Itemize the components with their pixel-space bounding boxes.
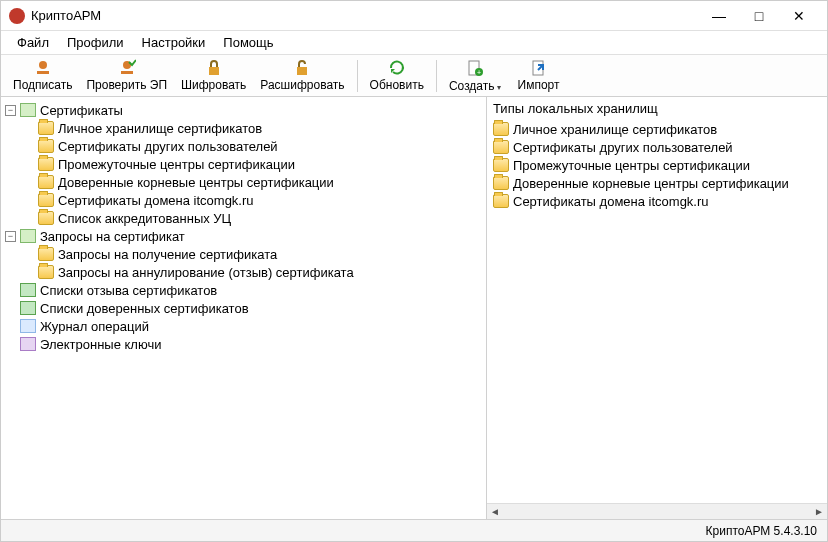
svg-rect-9	[533, 61, 543, 75]
sign-button[interactable]: Подписать	[7, 57, 78, 94]
svg-rect-4	[209, 67, 219, 75]
folder-icon	[493, 158, 509, 172]
collapse-icon[interactable]: −	[5, 105, 16, 116]
list-item[interactable]: Доверенные корневые центры сертификации	[487, 174, 827, 192]
close-button[interactable]: ✕	[779, 2, 819, 30]
svg-rect-1	[37, 71, 49, 74]
folder-icon	[38, 157, 54, 171]
horizontal-scrollbar[interactable]: ◄ ►	[487, 503, 827, 519]
app-icon	[9, 8, 25, 24]
tree-node-intermediate-ca[interactable]: Промежуточные центры сертификации	[19, 155, 486, 173]
scroll-right-icon[interactable]: ►	[811, 504, 827, 520]
create-button[interactable]: + Создать▾	[443, 57, 507, 95]
tree-node-revoke-requests[interactable]: Запросы на аннулирование (отзыв) сертифи…	[19, 263, 486, 281]
trust-list-icon	[20, 301, 36, 315]
store-list[interactable]: Личное хранилище сертификатов Сертификат…	[487, 120, 827, 503]
folder-icon	[493, 122, 509, 136]
tree-node-other-users[interactable]: Сертификаты других пользователей	[19, 137, 486, 155]
window-title: КриптоАРМ	[31, 8, 699, 23]
tree-node-trusted-root-ca[interactable]: Доверенные корневые центры сертификации	[19, 173, 486, 191]
key-icon	[20, 337, 36, 351]
folder-icon	[493, 194, 509, 208]
tree-node-crl[interactable]: Списки отзыва сертификатов	[1, 281, 486, 299]
toolbar-separator	[357, 60, 358, 92]
menubar: Файл Профили Настройки Помощь	[1, 31, 827, 55]
crl-icon	[20, 283, 36, 297]
verify-button[interactable]: Проверить ЭП	[80, 57, 173, 94]
toolbar-separator	[436, 60, 437, 92]
svg-rect-3	[121, 71, 133, 74]
tree-node-accredited-ca[interactable]: Список аккредитованных УЦ	[19, 209, 486, 227]
decrypt-button[interactable]: Расшифровать	[254, 57, 350, 94]
menu-settings[interactable]: Настройки	[134, 33, 214, 52]
detail-pane: Типы локальных хранилищ Личное хранилище…	[487, 97, 827, 519]
refresh-button[interactable]: Обновить	[364, 57, 430, 94]
folder-icon	[38, 265, 54, 279]
log-icon	[20, 319, 36, 333]
tree-node-operations-log[interactable]: Журнал операций	[1, 317, 486, 335]
collapse-icon[interactable]: −	[5, 231, 16, 242]
tree-node-issue-requests[interactable]: Запросы на получение сертификата	[19, 245, 486, 263]
minimize-button[interactable]: —	[699, 2, 739, 30]
request-group-icon	[20, 229, 36, 243]
tree-node-personal-store[interactable]: Личное хранилище сертификатов	[19, 119, 486, 137]
chevron-down-icon: ▾	[497, 83, 501, 92]
refresh-icon	[388, 59, 406, 77]
folder-icon	[38, 193, 54, 207]
tree-pane[interactable]: − Сертификаты Личное хранилище сертифика…	[1, 97, 487, 519]
maximize-button[interactable]: □	[739, 2, 779, 30]
menu-help[interactable]: Помощь	[215, 33, 281, 52]
menu-profiles[interactable]: Профили	[59, 33, 132, 52]
folder-icon	[38, 211, 54, 225]
list-item[interactable]: Промежуточные центры сертификации	[487, 156, 827, 174]
cert-group-icon	[20, 103, 36, 117]
new-doc-icon: +	[466, 59, 484, 77]
titlebar: КриптоАРМ — □ ✕	[1, 1, 827, 31]
tree-node-requests[interactable]: − Запросы на сертификат	[1, 227, 486, 245]
status-version: КриптоАРМ 5.4.3.10	[706, 524, 817, 538]
folder-icon	[38, 175, 54, 189]
menu-file[interactable]: Файл	[9, 33, 57, 52]
import-icon	[530, 59, 548, 77]
list-item[interactable]: Личное хранилище сертификатов	[487, 120, 827, 138]
encrypt-button[interactable]: Шифровать	[175, 57, 252, 94]
list-item[interactable]: Сертификаты других пользователей	[487, 138, 827, 156]
toolbar: Подписать Проверить ЭП Шифровать Расшифр…	[1, 55, 827, 97]
folder-icon	[38, 139, 54, 153]
svg-rect-5	[297, 67, 307, 75]
list-item[interactable]: Сертификаты домена itcomgk.ru	[487, 192, 827, 210]
scroll-left-icon[interactable]: ◄	[487, 504, 503, 520]
tree-node-ekeys[interactable]: Электронные ключи	[1, 335, 486, 353]
unlock-icon	[293, 59, 311, 77]
import-button[interactable]: Импорт	[509, 57, 569, 94]
tree-node-domain-certs[interactable]: Сертификаты домена itcomgk.ru	[19, 191, 486, 209]
svg-text:+: +	[477, 69, 481, 76]
folder-icon	[38, 121, 54, 135]
content-area: − Сертификаты Личное хранилище сертифика…	[1, 97, 827, 519]
stamp-check-icon	[118, 59, 136, 77]
statusbar: КриптоАРМ 5.4.3.10	[1, 519, 827, 541]
folder-icon	[493, 176, 509, 190]
svg-point-0	[39, 61, 47, 69]
lock-icon	[205, 59, 223, 77]
tree-node-certificates[interactable]: − Сертификаты	[1, 101, 486, 119]
stamp-icon	[34, 59, 52, 77]
folder-icon	[493, 140, 509, 154]
folder-icon	[38, 247, 54, 261]
detail-header: Типы локальных хранилищ	[487, 97, 827, 120]
tree-node-trusted-lists[interactable]: Списки доверенных сертификатов	[1, 299, 486, 317]
